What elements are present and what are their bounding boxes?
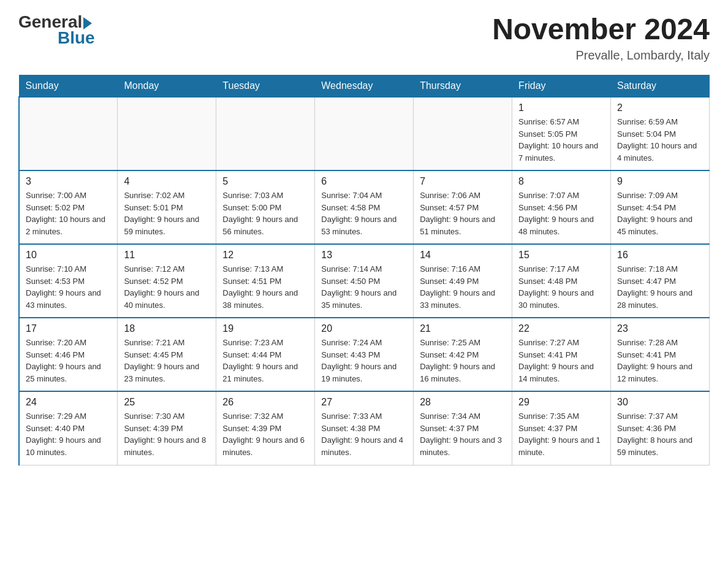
calendar-day-cell: 2Sunrise: 6:59 AMSunset: 5:04 PMDaylight… — [611, 97, 710, 170]
day-info: Sunrise: 7:14 AMSunset: 4:50 PMDaylight:… — [321, 263, 407, 311]
day-info: Sunrise: 7:24 AMSunset: 4:43 PMDaylight:… — [321, 337, 407, 385]
calendar-day-cell: 10Sunrise: 7:10 AMSunset: 4:53 PMDayligh… — [19, 244, 118, 318]
day-number: 5 — [222, 176, 308, 187]
calendar-day-cell: 11Sunrise: 7:12 AMSunset: 4:52 PMDayligh… — [118, 244, 216, 318]
calendar-day-cell — [216, 97, 315, 170]
calendar-day-cell — [19, 97, 118, 170]
day-info: Sunrise: 7:17 AMSunset: 4:48 PMDaylight:… — [518, 263, 604, 311]
logo: General Blue — [18, 12, 95, 48]
logo-arrow-icon — [83, 17, 92, 29]
calendar-day-cell: 3Sunrise: 7:00 AMSunset: 5:02 PMDaylight… — [19, 170, 118, 244]
calendar-header-row: SundayMondayTuesdayWednesdayThursdayFrid… — [19, 75, 710, 98]
calendar-day-cell: 27Sunrise: 7:33 AMSunset: 4:38 PMDayligh… — [315, 391, 414, 465]
calendar-day-cell: 22Sunrise: 7:27 AMSunset: 4:41 PMDayligh… — [512, 318, 611, 391]
day-number: 15 — [518, 250, 604, 261]
day-number: 7 — [420, 176, 506, 187]
day-number: 30 — [617, 397, 703, 408]
day-number: 28 — [420, 397, 506, 408]
calendar-week-row: 1Sunrise: 6:57 AMSunset: 5:05 PMDaylight… — [19, 97, 710, 170]
day-number: 3 — [26, 176, 111, 187]
calendar-day-cell: 21Sunrise: 7:25 AMSunset: 4:42 PMDayligh… — [414, 318, 512, 391]
day-info: Sunrise: 7:34 AMSunset: 4:37 PMDaylight:… — [420, 410, 506, 458]
calendar-day-cell: 16Sunrise: 7:18 AMSunset: 4:47 PMDayligh… — [611, 244, 710, 318]
day-number: 25 — [124, 397, 210, 408]
calendar-day-header: Friday — [512, 75, 611, 98]
calendar-day-cell: 15Sunrise: 7:17 AMSunset: 4:48 PMDayligh… — [512, 244, 611, 318]
day-number: 24 — [26, 397, 111, 408]
day-number: 6 — [321, 176, 407, 187]
calendar-week-row: 10Sunrise: 7:10 AMSunset: 4:53 PMDayligh… — [19, 244, 710, 318]
day-info: Sunrise: 6:59 AMSunset: 5:04 PMDaylight:… — [617, 116, 703, 164]
calendar-day-header: Thursday — [414, 75, 512, 98]
day-info: Sunrise: 7:32 AMSunset: 4:39 PMDaylight:… — [222, 410, 308, 458]
day-info: Sunrise: 7:28 AMSunset: 4:41 PMDaylight:… — [617, 337, 703, 385]
day-number: 8 — [518, 176, 604, 187]
calendar-day-header: Wednesday — [315, 75, 414, 98]
day-number: 18 — [124, 323, 210, 334]
calendar-day-header: Tuesday — [216, 75, 315, 98]
calendar-day-cell — [315, 97, 414, 170]
month-year-title: November 2024 — [492, 12, 710, 46]
calendar-day-cell: 13Sunrise: 7:14 AMSunset: 4:50 PMDayligh… — [315, 244, 414, 318]
day-info: Sunrise: 7:04 AMSunset: 4:58 PMDaylight:… — [321, 190, 407, 237]
day-info: Sunrise: 6:57 AMSunset: 5:05 PMDaylight:… — [518, 116, 604, 164]
calendar-day-cell: 20Sunrise: 7:24 AMSunset: 4:43 PMDayligh… — [315, 318, 414, 391]
day-number: 14 — [420, 250, 506, 261]
calendar-day-header: Saturday — [611, 75, 710, 98]
day-number: 22 — [518, 323, 604, 334]
calendar-day-cell: 29Sunrise: 7:35 AMSunset: 4:37 PMDayligh… — [512, 391, 611, 465]
day-info: Sunrise: 7:25 AMSunset: 4:42 PMDaylight:… — [420, 337, 506, 385]
day-number: 27 — [321, 397, 407, 408]
day-info: Sunrise: 7:27 AMSunset: 4:41 PMDaylight:… — [518, 337, 604, 385]
day-info: Sunrise: 7:21 AMSunset: 4:45 PMDaylight:… — [124, 337, 210, 385]
day-number: 13 — [321, 250, 407, 261]
day-number: 19 — [222, 323, 308, 334]
day-info: Sunrise: 7:37 AMSunset: 4:36 PMDaylight:… — [617, 410, 703, 458]
day-info: Sunrise: 7:29 AMSunset: 4:40 PMDaylight:… — [26, 410, 111, 458]
day-number: 4 — [124, 176, 210, 187]
calendar-day-cell: 6Sunrise: 7:04 AMSunset: 4:58 PMDaylight… — [315, 170, 414, 244]
calendar-day-cell: 30Sunrise: 7:37 AMSunset: 4:36 PMDayligh… — [611, 391, 710, 465]
calendar-day-cell: 17Sunrise: 7:20 AMSunset: 4:46 PMDayligh… — [19, 318, 118, 391]
day-number: 20 — [321, 323, 407, 334]
day-info: Sunrise: 7:23 AMSunset: 4:44 PMDaylight:… — [222, 337, 308, 385]
calendar-table: SundayMondayTuesdayWednesdayThursdayFrid… — [18, 75, 710, 465]
calendar-day-cell: 8Sunrise: 7:07 AMSunset: 4:56 PMDaylight… — [512, 170, 611, 244]
calendar-week-row: 24Sunrise: 7:29 AMSunset: 4:40 PMDayligh… — [19, 391, 710, 465]
calendar-day-cell: 25Sunrise: 7:30 AMSunset: 4:39 PMDayligh… — [118, 391, 216, 465]
calendar-day-cell: 9Sunrise: 7:09 AMSunset: 4:54 PMDaylight… — [611, 170, 710, 244]
calendar-day-header: Monday — [118, 75, 216, 98]
calendar-day-header: Sunday — [19, 75, 118, 98]
calendar-day-cell: 19Sunrise: 7:23 AMSunset: 4:44 PMDayligh… — [216, 318, 315, 391]
location-subtitle: Prevalle, Lombardy, Italy — [492, 48, 710, 63]
day-info: Sunrise: 7:09 AMSunset: 4:54 PMDaylight:… — [617, 190, 703, 237]
day-number: 29 — [518, 397, 604, 408]
calendar-day-cell: 4Sunrise: 7:02 AMSunset: 5:01 PMDaylight… — [118, 170, 216, 244]
day-number: 11 — [124, 250, 210, 261]
day-number: 10 — [26, 250, 111, 261]
day-number: 2 — [617, 102, 703, 113]
day-info: Sunrise: 7:33 AMSunset: 4:38 PMDaylight:… — [321, 410, 407, 458]
calendar-day-cell: 23Sunrise: 7:28 AMSunset: 4:41 PMDayligh… — [611, 318, 710, 391]
calendar-day-cell — [118, 97, 216, 170]
calendar-day-cell: 7Sunrise: 7:06 AMSunset: 4:57 PMDaylight… — [414, 170, 512, 244]
day-info: Sunrise: 7:02 AMSunset: 5:01 PMDaylight:… — [124, 190, 210, 237]
calendar-day-cell: 18Sunrise: 7:21 AMSunset: 4:45 PMDayligh… — [118, 318, 216, 391]
day-number: 9 — [617, 176, 703, 187]
calendar-day-cell: 26Sunrise: 7:32 AMSunset: 4:39 PMDayligh… — [216, 391, 315, 465]
day-number: 21 — [420, 323, 506, 334]
day-number: 26 — [222, 397, 308, 408]
day-number: 12 — [222, 250, 308, 261]
calendar-day-cell: 12Sunrise: 7:13 AMSunset: 4:51 PMDayligh… — [216, 244, 315, 318]
day-number: 1 — [518, 102, 604, 113]
day-number: 23 — [617, 323, 703, 334]
day-info: Sunrise: 7:13 AMSunset: 4:51 PMDaylight:… — [222, 263, 308, 311]
calendar-day-cell: 5Sunrise: 7:03 AMSunset: 5:00 PMDaylight… — [216, 170, 315, 244]
day-info: Sunrise: 7:18 AMSunset: 4:47 PMDaylight:… — [617, 263, 703, 311]
day-info: Sunrise: 7:07 AMSunset: 4:56 PMDaylight:… — [518, 190, 604, 237]
day-info: Sunrise: 7:12 AMSunset: 4:52 PMDaylight:… — [124, 263, 210, 311]
calendar-day-cell — [414, 97, 512, 170]
calendar-week-row: 17Sunrise: 7:20 AMSunset: 4:46 PMDayligh… — [19, 318, 710, 391]
day-info: Sunrise: 7:35 AMSunset: 4:37 PMDaylight:… — [518, 410, 604, 458]
calendar-day-cell: 1Sunrise: 6:57 AMSunset: 5:05 PMDaylight… — [512, 97, 611, 170]
